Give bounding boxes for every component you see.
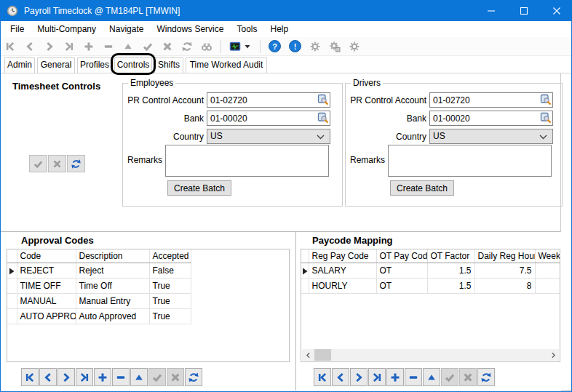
table-row[interactable]: TIME OFF Time Off True bbox=[7, 279, 191, 294]
cell-description[interactable]: Reject bbox=[76, 263, 149, 279]
cancel-button[interactable] bbox=[48, 155, 66, 172]
cell-reg-pay-code[interactable]: SALARY bbox=[309, 263, 376, 279]
drivers-create-batch-button[interactable]: Create Batch bbox=[390, 180, 454, 196]
menu-windows-service[interactable]: Windows Service bbox=[150, 21, 230, 37]
nav-refresh-button[interactable] bbox=[477, 368, 495, 386]
tab-shifts[interactable]: Shifts bbox=[154, 57, 183, 73]
edit-record-icon[interactable] bbox=[122, 41, 134, 52]
scrollbar-thumb[interactable] bbox=[314, 349, 331, 361]
minimize-button[interactable] bbox=[474, 1, 507, 21]
scroll-left-button[interactable] bbox=[302, 349, 314, 361]
nav-insert-button[interactable] bbox=[94, 368, 111, 386]
cell-weekly[interactable] bbox=[535, 263, 560, 279]
info-icon[interactable]: ! bbox=[289, 40, 301, 52]
first-record-icon[interactable] bbox=[4, 41, 16, 52]
nav-cancel-button[interactable] bbox=[459, 368, 477, 386]
close-button[interactable] bbox=[540, 1, 572, 21]
employees-remarks-field[interactable] bbox=[165, 145, 329, 177]
last-record-icon[interactable] bbox=[63, 41, 75, 52]
drivers-remarks-field[interactable] bbox=[388, 145, 552, 177]
nav-last-button[interactable] bbox=[76, 368, 93, 386]
nav-last-button[interactable] bbox=[368, 368, 386, 386]
drivers-bank-field[interactable] bbox=[429, 111, 553, 126]
cell-ot-pay-code[interactable]: OT bbox=[376, 279, 427, 294]
tab-profiles[interactable]: Profiles bbox=[77, 57, 112, 73]
cell-code[interactable]: REJECT bbox=[17, 263, 76, 279]
cell-description[interactable]: Manual Entry bbox=[76, 294, 149, 309]
nav-next-button[interactable] bbox=[57, 368, 75, 386]
nav-first-button[interactable] bbox=[21, 368, 39, 386]
prior-record-icon[interactable] bbox=[24, 41, 36, 52]
tab-controls[interactable]: Controls bbox=[114, 57, 152, 73]
tab-time-worked-audit[interactable]: Time Worked Audit bbox=[186, 57, 267, 73]
employees-pr-control-account-field[interactable] bbox=[207, 92, 330, 108]
cell-accepted[interactable]: False bbox=[149, 263, 191, 279]
menu-navigate[interactable]: Navigate bbox=[103, 21, 150, 37]
cell-daily-reg-hour[interactable]: 7.5 bbox=[474, 263, 535, 279]
lookup-icon[interactable] bbox=[540, 94, 552, 105]
nav-post-button[interactable] bbox=[441, 368, 458, 386]
dropdown-arrow-icon[interactable] bbox=[243, 42, 252, 51]
nav-next-button[interactable] bbox=[350, 368, 368, 386]
cell-daily-reg-hour[interactable]: 8 bbox=[474, 279, 535, 294]
lookup-icon[interactable] bbox=[317, 112, 329, 124]
service-gear-icon[interactable] bbox=[309, 41, 321, 52]
drivers-country-select[interactable]: US bbox=[429, 129, 553, 144]
employees-create-batch-button[interactable]: Create Batch bbox=[167, 180, 231, 196]
next-record-icon[interactable] bbox=[44, 41, 55, 52]
cell-code[interactable]: AUTO APPROV bbox=[17, 309, 76, 324]
horizontal-scrollbar[interactable] bbox=[302, 349, 559, 361]
nav-edit-button[interactable] bbox=[423, 368, 440, 386]
delete-record-icon[interactable] bbox=[103, 41, 114, 52]
service-gear-save-icon[interactable] bbox=[329, 41, 341, 52]
cell-accepted[interactable]: True bbox=[149, 279, 191, 294]
nav-first-button[interactable] bbox=[314, 368, 331, 386]
search-binoculars-icon[interactable] bbox=[201, 41, 212, 52]
menu-help[interactable]: Help bbox=[263, 21, 295, 37]
cell-ot-pay-code[interactable]: OT bbox=[376, 263, 427, 279]
nav-cancel-button[interactable] bbox=[167, 368, 184, 386]
help-icon[interactable]: ? bbox=[269, 40, 281, 52]
lookup-icon[interactable] bbox=[317, 94, 329, 105]
cell-description[interactable]: Auto Approved bbox=[76, 309, 149, 324]
nav-edit-button[interactable] bbox=[130, 368, 148, 386]
tab-admin[interactable]: Admin bbox=[4, 57, 35, 73]
nav-refresh-button[interactable] bbox=[185, 368, 202, 386]
menu-tools[interactable]: Tools bbox=[230, 21, 263, 37]
cell-accepted[interactable]: True bbox=[149, 309, 191, 324]
nav-prior-button[interactable] bbox=[39, 368, 57, 386]
nav-delete-button[interactable] bbox=[112, 368, 130, 386]
cell-accepted[interactable]: True bbox=[149, 294, 191, 309]
refresh-button[interactable] bbox=[67, 155, 85, 172]
lookup-icon[interactable] bbox=[540, 112, 552, 124]
table-row[interactable]: MANUAL Manual Entry True bbox=[7, 294, 191, 309]
cell-reg-pay-code[interactable]: HOURLY bbox=[309, 279, 376, 294]
table-row[interactable]: AUTO APPROV Auto Approved True bbox=[7, 309, 191, 324]
table-row[interactable]: REJECT Reject False bbox=[7, 263, 191, 279]
cell-code[interactable]: MANUAL bbox=[17, 294, 76, 309]
post-edit-icon[interactable] bbox=[142, 41, 154, 52]
employees-bank-field[interactable] bbox=[207, 111, 330, 126]
tab-general[interactable]: General bbox=[37, 57, 75, 73]
maximize-button[interactable] bbox=[507, 1, 540, 21]
nav-insert-button[interactable] bbox=[386, 368, 404, 386]
terminal-monitor-icon[interactable] bbox=[229, 41, 241, 52]
scroll-right-button[interactable] bbox=[547, 349, 559, 361]
post-button[interactable] bbox=[29, 155, 47, 172]
menu-file[interactable]: File bbox=[4, 21, 31, 37]
nav-post-button[interactable] bbox=[148, 368, 166, 386]
cancel-edit-icon[interactable] bbox=[162, 41, 173, 52]
nav-delete-button[interactable] bbox=[405, 368, 422, 386]
insert-record-icon[interactable] bbox=[83, 41, 95, 52]
service-gear2-icon[interactable] bbox=[349, 41, 360, 52]
cell-description[interactable]: Time Off bbox=[76, 279, 149, 294]
employees-country-select[interactable]: US bbox=[207, 129, 330, 144]
table-row[interactable]: HOURLY OT 1.5 8 bbox=[301, 279, 560, 294]
cell-weekly[interactable] bbox=[535, 279, 560, 294]
refresh-icon[interactable] bbox=[181, 41, 193, 52]
nav-prior-button[interactable] bbox=[332, 368, 349, 386]
cell-ot-factor[interactable]: 1.5 bbox=[427, 263, 474, 279]
drivers-pr-control-account-field[interactable] bbox=[429, 92, 553, 108]
cell-ot-factor[interactable]: 1.5 bbox=[427, 279, 474, 294]
table-row[interactable]: SALARY OT 1.5 7.5 bbox=[301, 263, 560, 279]
